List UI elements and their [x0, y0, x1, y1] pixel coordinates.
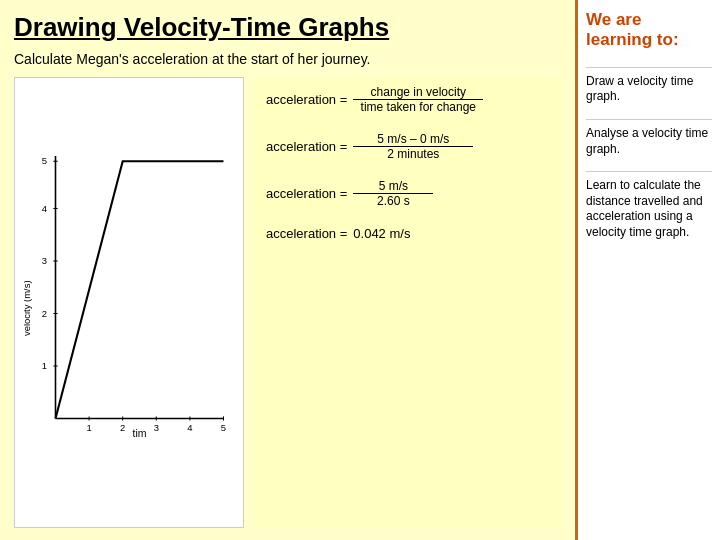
svg-text:1: 1 [86, 422, 91, 433]
sidebar-divider-1 [586, 67, 712, 68]
sidebar: We are learning to: Draw a velocity time… [575, 0, 720, 540]
sidebar-item-3: Learn to calculate the distance travelle… [586, 178, 712, 240]
svg-text:4: 4 [187, 422, 192, 433]
sidebar-header: We are learning to: [586, 10, 712, 51]
formula3-denominator: 2.60 s [353, 194, 433, 208]
sidebar-item-2-text: Analyse a velocity time graph. [586, 126, 708, 156]
formula3-numerator: 5 m/s [353, 179, 433, 194]
sidebar-item-2: Analyse a velocity time graph. [586, 126, 712, 157]
content-area: velocity (m/s) tim 1 2 3 4 5 1 2 [14, 77, 561, 528]
formula2-denominator: 2 minutes [353, 147, 473, 161]
graph-container: velocity (m/s) tim 1 2 3 4 5 1 2 [14, 77, 244, 528]
sidebar-item-1: Draw a velocity time graph. [586, 74, 712, 105]
formula3-fraction: 5 m/s 2.60 s [353, 179, 433, 208]
formula1-denominator: time taken for change [353, 100, 483, 114]
formula1-fraction: change in velocity time taken for change [353, 85, 483, 114]
formula1-numerator: change in velocity [353, 85, 483, 100]
svg-text:velocity (m/s): velocity (m/s) [24, 280, 32, 336]
subtitle: Calculate Megan's acceleration at the st… [14, 51, 561, 67]
sidebar-divider-2 [586, 119, 712, 120]
formula-block-3: acceleration = 5 m/s 2.60 s [266, 179, 549, 208]
formula2-fraction: 5 m/s – 0 m/s 2 minutes [353, 132, 473, 161]
svg-text:4: 4 [42, 202, 47, 213]
formula2-label: acceleration = [266, 139, 347, 154]
sidebar-header-text: We are learning to: [586, 10, 679, 49]
formula-area: acceleration = change in velocity time t… [254, 77, 561, 528]
svg-text:5: 5 [42, 155, 47, 166]
formula2-numerator: 5 m/s – 0 m/s [353, 132, 473, 147]
main-content: Drawing Velocity-Time Graphs Calculate M… [0, 0, 575, 540]
svg-text:3: 3 [154, 422, 159, 433]
formula-block-2: acceleration = 5 m/s – 0 m/s 2 minutes [266, 132, 549, 161]
svg-text:tim: tim [133, 427, 147, 439]
page-title: Drawing Velocity-Time Graphs [14, 12, 561, 43]
svg-text:1: 1 [42, 360, 47, 371]
formula4-value: 0.042 m/s [353, 226, 410, 241]
formula-block-1: acceleration = change in velocity time t… [266, 85, 549, 114]
sidebar-item-3-text: Learn to calculate the distance travelle… [586, 178, 703, 239]
sidebar-divider-3 [586, 171, 712, 172]
svg-text:5: 5 [221, 422, 226, 433]
formula-block-4: acceleration = 0.042 m/s [266, 226, 549, 241]
velocity-time-graph: velocity (m/s) tim 1 2 3 4 5 1 2 [24, 133, 234, 473]
sidebar-item-1-text: Draw a velocity time graph. [586, 74, 693, 104]
svg-text:3: 3 [42, 255, 47, 266]
svg-text:2: 2 [120, 422, 125, 433]
formula3-label: acceleration = [266, 186, 347, 201]
svg-text:2: 2 [42, 307, 47, 318]
formula1-label: acceleration = [266, 92, 347, 107]
formula4-label: acceleration = [266, 226, 347, 241]
